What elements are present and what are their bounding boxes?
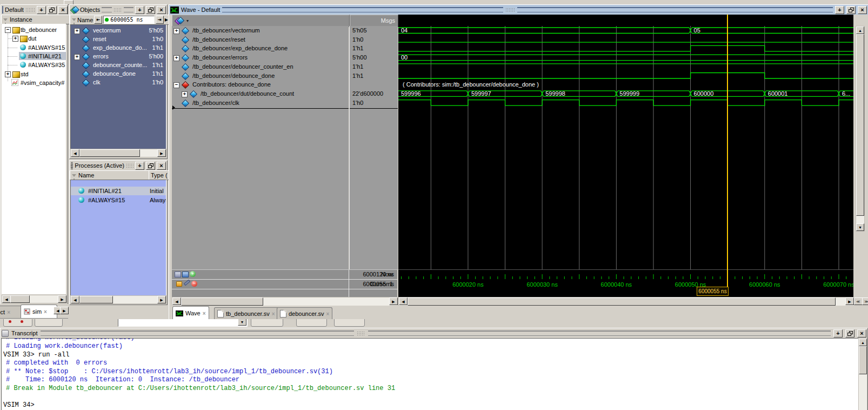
objects-hscrollbar[interactable]: ◀ ▶ xyxy=(70,149,166,157)
grip-lines[interactable] xyxy=(41,330,354,336)
cursor-flag[interactable]: 6000055 ns xyxy=(697,287,729,296)
wave-expander[interactable]: − xyxy=(173,82,179,88)
wave-signal-row[interactable]: +/tb_debouncer/dut/debounce_count xyxy=(172,90,349,98)
grip-dots[interactable] xyxy=(357,331,365,336)
close-tab-icon[interactable]: × xyxy=(326,311,329,317)
expand-time-icon[interactable]: ⇥ xyxy=(156,16,164,24)
collapse-time-icon[interactable]: ⇤ xyxy=(94,16,102,24)
object-row[interactable]: +vectornum5'h05 xyxy=(71,27,166,35)
expand-icon[interactable]: + xyxy=(74,54,80,60)
add-window-button[interactable]: + xyxy=(835,6,844,14)
close-tab-icon[interactable]: × xyxy=(203,310,206,316)
dropdown-arrow-icon[interactable]: ▾ xyxy=(186,18,189,23)
scroll-up-arrow[interactable]: ▲ xyxy=(859,339,867,346)
close-tab-icon[interactable]: × xyxy=(7,309,10,315)
wave-hscrollbar[interactable]: ◀ ▶ xyxy=(398,297,854,306)
objects-pane-titlebar[interactable]: Objects + × xyxy=(70,5,167,15)
processes-pane-titlebar[interactable]: Processes (Active) + × xyxy=(70,161,167,170)
undock-button[interactable] xyxy=(146,162,155,170)
wrench-icon[interactable] xyxy=(184,280,190,286)
scroll-thumb[interactable] xyxy=(859,346,867,374)
scroll-left-arrow[interactable]: ◀ xyxy=(71,149,79,157)
remove-cursor-icon[interactable]: − xyxy=(191,281,197,287)
scroll-thumb[interactable] xyxy=(79,149,140,157)
undock-window-button[interactable] xyxy=(846,6,856,14)
instance-tree-item[interactable]: +std xyxy=(2,70,66,78)
objects-header[interactable]: Name ⇤ 6000055 ns ⇥ ▶ xyxy=(70,15,170,25)
add-pane-button[interactable]: + xyxy=(833,329,843,338)
grip-lines[interactable] xyxy=(222,7,503,12)
header-overflow-arrow[interactable]: ▶ xyxy=(165,17,168,22)
close-window-button[interactable]: × xyxy=(858,6,867,14)
instance-tree-item[interactable]: #INITIAL#21 xyxy=(2,52,66,61)
tree-expander[interactable]: − xyxy=(5,27,11,33)
scroll-left-arrow[interactable]: ◀ xyxy=(399,297,408,305)
scroll-up-arrow[interactable]: ▲ xyxy=(856,27,864,34)
close-tab-icon[interactable]: × xyxy=(44,309,47,315)
process-row[interactable]: #INITIAL#21Initial xyxy=(71,187,166,195)
toolbar-button-group[interactable] xyxy=(3,319,32,327)
pane-next-button[interactable]: ≫ xyxy=(862,297,868,305)
object-row[interactable]: exp_debounce_do...1'h1 xyxy=(71,44,166,52)
object-row[interactable]: +errors5'h00 xyxy=(71,52,166,61)
object-row[interactable]: clk1'h0 xyxy=(71,78,166,87)
print-icon[interactable] xyxy=(175,272,181,277)
scroll-right-arrow[interactable]: ▶ xyxy=(389,297,398,305)
object-row[interactable]: reset1'h0 xyxy=(71,35,166,44)
wave-signal-row[interactable]: +/tb_debouncer/errors xyxy=(172,54,349,62)
object-row[interactable]: debounce_done1'h1 xyxy=(71,70,166,78)
processes-name-header[interactable]: Name xyxy=(70,170,153,180)
wave-signal-row[interactable]: /tb_debouncer/debouncer_counter_en xyxy=(172,63,349,71)
toolbar-button-group[interactable] xyxy=(334,319,365,327)
scroll-thumb[interactable] xyxy=(79,296,113,303)
add-pane-button[interactable]: + xyxy=(135,6,144,14)
grip-dots[interactable] xyxy=(126,163,133,168)
transcript-vscrollbar[interactable]: ▲ xyxy=(858,338,867,410)
tab-debouncer-sv[interactable]: debouncer.sv × xyxy=(277,307,332,320)
scroll-thumb[interactable] xyxy=(181,297,263,306)
undock-button[interactable] xyxy=(48,6,57,14)
instance-tree-item[interactable]: #ALWAYS#35 xyxy=(2,61,66,69)
toolbar-button-group[interactable] xyxy=(296,319,327,327)
close-pane-button[interactable]: × xyxy=(157,6,166,14)
grip-dots[interactable] xyxy=(505,8,515,12)
toolbar-combobox[interactable] xyxy=(118,319,248,327)
add-pane-button[interactable]: + xyxy=(37,6,46,14)
instance-tree-item[interactable]: −tb_debouncer xyxy=(2,25,66,34)
wave-expander[interactable]: + xyxy=(173,55,179,61)
scroll-thumb[interactable] xyxy=(408,297,836,306)
wave-signal-row[interactable]: /tb_debouncer/reset xyxy=(172,36,349,44)
cursor-line[interactable] xyxy=(727,15,728,296)
lock-icon[interactable] xyxy=(176,281,182,287)
waveform-canvas[interactable]: 040500( Contributors: sim:/tb_debouncer/… xyxy=(398,26,853,269)
tab-scroll-right[interactable]: ▶ xyxy=(60,307,69,314)
scroll-down-arrow[interactable]: ▼ xyxy=(856,223,864,231)
tree-expander[interactable]: + xyxy=(12,36,18,42)
scroll-thumb[interactable] xyxy=(10,295,30,303)
grip-dots[interactable] xyxy=(25,8,35,12)
wave-expander[interactable]: + xyxy=(182,91,188,97)
instance-tree-item[interactable]: #vsim_capacity# xyxy=(2,78,66,87)
process-row[interactable]: #ALWAYS#15Always xyxy=(71,196,166,204)
grip-lines[interactable] xyxy=(368,330,831,336)
undock-button[interactable] xyxy=(146,6,155,14)
wave-titlebar[interactable]: Wave - Default + × xyxy=(169,5,868,15)
wave-top-band[interactable] xyxy=(398,15,853,26)
add-pane-button[interactable]: + xyxy=(135,162,144,170)
processes-type-header[interactable]: Type ( xyxy=(149,170,170,180)
processes-hscrollbar[interactable]: ◀ ▶ xyxy=(70,295,166,304)
object-row[interactable]: debouncer_counte...1'h1 xyxy=(71,61,166,70)
wave-vscrollbar[interactable]: ▲ ▼ xyxy=(856,26,865,232)
scroll-right-arrow[interactable]: ▶ xyxy=(157,296,166,303)
transcript-console[interactable]: # Loading work.tb_debouncer(fast)# Loadi… xyxy=(1,338,859,410)
grip-lines[interactable] xyxy=(102,7,111,12)
tree-expander[interactable]: + xyxy=(5,71,11,77)
instance-column-header[interactable]: Instance xyxy=(1,15,71,24)
grip-lines[interactable] xyxy=(517,7,833,12)
scroll-left-arrow[interactable]: ◀ xyxy=(2,295,11,303)
scroll-left-arrow[interactable]: ◀ xyxy=(71,296,79,303)
close-pane-button[interactable]: × xyxy=(157,162,166,170)
pane-prev-button[interactable]: ≪ xyxy=(854,297,863,305)
close-pane-button[interactable]: × xyxy=(857,329,866,338)
wave-signal-row[interactable]: /tb_debouncer/exp_debounce_done xyxy=(172,44,349,53)
